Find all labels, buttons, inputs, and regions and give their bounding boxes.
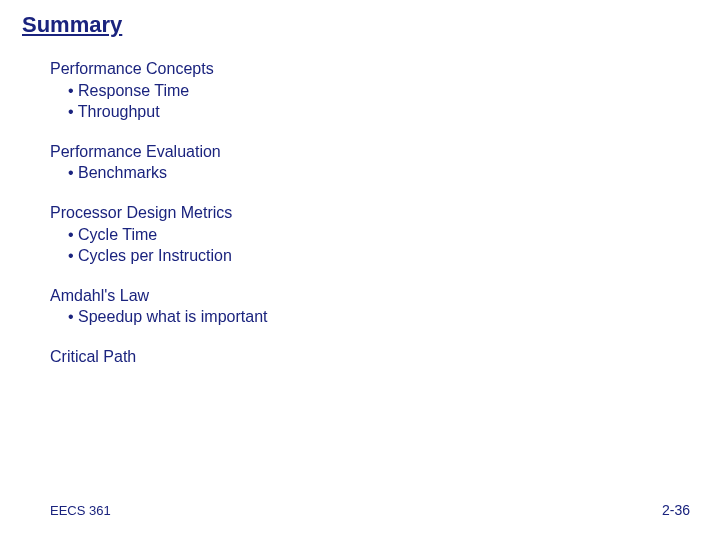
slide-content: Performance Concepts Response Time Throu…: [50, 58, 268, 386]
bullet-item: Benchmarks: [50, 162, 268, 184]
section-amdahls-law: Amdahl's Law Speedup what is important: [50, 285, 268, 328]
section-head: Performance Evaluation: [50, 141, 268, 163]
bullet-item: Speedup what is important: [50, 306, 268, 328]
footer-course: EECS 361: [50, 503, 111, 518]
bullet-item: Throughput: [50, 101, 268, 123]
section-performance-concepts: Performance Concepts Response Time Throu…: [50, 58, 268, 123]
bullet-item: Cycles per Instruction: [50, 245, 268, 267]
slide-title: Summary: [22, 12, 122, 38]
bullet-item: Cycle Time: [50, 224, 268, 246]
bullet-item: Response Time: [50, 80, 268, 102]
section-head: Critical Path: [50, 346, 268, 368]
section-head: Performance Concepts: [50, 58, 268, 80]
section-processor-design-metrics: Processor Design Metrics Cycle Time Cycl…: [50, 202, 268, 267]
section-head: Amdahl's Law: [50, 285, 268, 307]
section-head: Processor Design Metrics: [50, 202, 268, 224]
section-performance-evaluation: Performance Evaluation Benchmarks: [50, 141, 268, 184]
slide: Summary Performance Concepts Response Ti…: [0, 0, 720, 540]
footer-page-number: 2-36: [662, 502, 690, 518]
section-critical-path: Critical Path: [50, 346, 268, 368]
